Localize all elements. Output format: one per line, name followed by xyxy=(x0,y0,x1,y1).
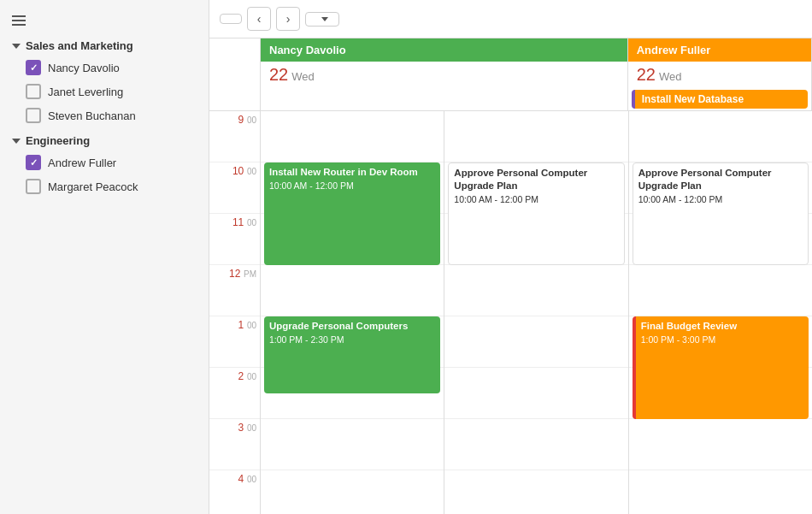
events-layer: Approve Personal Computer Upgrade Plan10… xyxy=(629,111,812,514)
group-label: Engineering xyxy=(26,134,90,147)
time-column: 9 0010 0011 0012 PM1 002 003 004 005 00 xyxy=(209,111,261,514)
event-title: Upgrade Personal Computers xyxy=(269,320,435,333)
time-slot: 2 00 xyxy=(209,368,260,419)
hour-label: 2 00 xyxy=(238,369,256,382)
next-button[interactable]: › xyxy=(276,7,300,31)
event-title: Install New Router in Dev Room xyxy=(269,166,435,179)
resource-col-header: Nancy Davolio22Wed xyxy=(261,38,628,110)
allday-event[interactable]: Install New Database xyxy=(632,90,808,109)
event-time: 10:00 AM - 12:00 PM xyxy=(638,194,803,204)
resource-label: Andrew Fuller xyxy=(48,157,116,169)
calendar-event[interactable]: Upgrade Personal Computers1:00 PM - 2:30… xyxy=(264,316,440,393)
resource-checkbox[interactable] xyxy=(26,179,41,194)
group-label: Sales and Marketing xyxy=(26,39,133,52)
event-time: 1:00 PM - 2:30 PM xyxy=(269,334,435,345)
resource-item[interactable]: Janet Leverling xyxy=(0,80,209,103)
time-slot: 1 00 xyxy=(209,316,260,368)
resource-checkbox[interactable] xyxy=(26,60,41,75)
event-time: 10:00 AM - 12:00 PM xyxy=(454,194,618,204)
time-slot: 4 00 xyxy=(209,470,260,514)
resource-date-bar: 22Wed xyxy=(628,62,811,88)
resource-item[interactable]: Nancy Davolio xyxy=(0,56,209,80)
resource-body-col: Approve Personal Computer Upgrade Plan10… xyxy=(444,111,628,514)
chevron-down-icon xyxy=(12,44,21,49)
resource-name-bar: Nancy Davolio xyxy=(261,38,627,62)
resource-body-col: Install New Router in Dev Room10:00 AM -… xyxy=(261,111,444,514)
cal-header: Nancy Davolio22WedAndrew Fuller22WedInst… xyxy=(209,38,812,111)
resource-checkbox[interactable] xyxy=(26,108,41,123)
resource-item[interactable]: Steven Buchanan xyxy=(0,103,209,127)
resource-date-bar: 22Wed xyxy=(261,62,627,88)
resource-label: Nancy Davolio xyxy=(48,62,120,74)
time-col-header xyxy=(209,38,261,110)
resource-checkbox[interactable] xyxy=(26,84,41,99)
event-title: Approve Personal Computer Upgrade Plan xyxy=(454,167,618,192)
calendar-grid: Nancy Davolio22WedAndrew Fuller22WedInst… xyxy=(209,38,812,514)
prev-button[interactable]: ‹ xyxy=(247,7,271,31)
time-slot: 12 PM xyxy=(209,265,260,316)
time-slot: 10 00 xyxy=(209,162,260,214)
date-num: 22 xyxy=(637,65,656,84)
chevron-down-icon xyxy=(12,139,21,144)
time-slot: 9 00 xyxy=(209,111,260,162)
hour-label: 3 00 xyxy=(238,421,256,434)
resource-col-header: Andrew Fuller22WedInstall New Database xyxy=(628,38,812,110)
hour-label: 4 00 xyxy=(238,472,256,485)
hour-label: 9 00 xyxy=(238,113,256,126)
date-day: Wed xyxy=(659,70,682,83)
event-title: Final Budget Review xyxy=(641,320,803,333)
events-layer: Install New Router in Dev Room10:00 AM -… xyxy=(261,111,444,514)
resource-name-bar: Andrew Fuller xyxy=(628,38,811,62)
resource-body-col: Approve Personal Computer Upgrade Plan10… xyxy=(629,111,812,514)
date-dropdown-icon xyxy=(321,17,328,21)
date-day: Wed xyxy=(291,70,315,83)
event-time: 1:00 PM - 3:00 PM xyxy=(641,334,803,345)
resource-item[interactable]: Margaret Peacock xyxy=(0,174,209,198)
hour-label: 10 00 xyxy=(232,164,256,177)
sidebar: Sales and MarketingNancy DavolioJanet Le… xyxy=(0,0,209,514)
today-button[interactable] xyxy=(220,14,242,24)
calendar-event[interactable]: Final Budget Review1:00 PM - 3:00 PM xyxy=(633,316,809,419)
resource-label: Janet Leverling xyxy=(48,86,123,98)
calendar-event[interactable]: Approve Personal Computer Upgrade Plan10… xyxy=(633,162,809,265)
group-header-engineering[interactable]: Engineering xyxy=(0,127,209,151)
event-title: Approve Personal Computer Upgrade Plan xyxy=(638,167,803,192)
events-layer: Approve Personal Computer Upgrade Plan10… xyxy=(444,111,627,514)
date-num: 22 xyxy=(269,65,288,84)
toolbar: ‹ › xyxy=(209,0,812,38)
cal-body: 9 0010 0011 0012 PM1 002 003 004 005 00 … xyxy=(209,111,812,514)
time-slot: 11 00 xyxy=(209,214,260,265)
calendar-event[interactable]: Approve Personal Computer Upgrade Plan10… xyxy=(448,162,624,265)
hour-label: 1 00 xyxy=(238,318,256,331)
resource-label: Steven Buchanan xyxy=(48,109,136,122)
hour-label: 12 PM xyxy=(229,267,256,280)
time-slot: 3 00 xyxy=(209,419,260,470)
event-time: 10:00 AM - 12:00 PM xyxy=(269,180,435,191)
resource-label: Margaret Peacock xyxy=(48,180,138,193)
resource-checkbox[interactable] xyxy=(26,155,41,170)
hour-label: 11 00 xyxy=(232,216,256,228)
calendar-event[interactable]: Install New Router in Dev Room10:00 AM -… xyxy=(264,162,440,265)
date-selector[interactable] xyxy=(305,12,339,27)
menu-icon xyxy=(12,15,26,26)
sidebar-groups: Sales and MarketingNancy DavolioJanet Le… xyxy=(0,32,209,198)
sidebar-header[interactable] xyxy=(0,9,209,32)
resource-item[interactable]: Andrew Fuller xyxy=(0,151,209,174)
main-content: ‹ › Nancy Davolio22WedAndrew Fuller22Wed… xyxy=(209,0,812,514)
group-header-sales-and-marketing[interactable]: Sales and Marketing xyxy=(0,32,209,56)
